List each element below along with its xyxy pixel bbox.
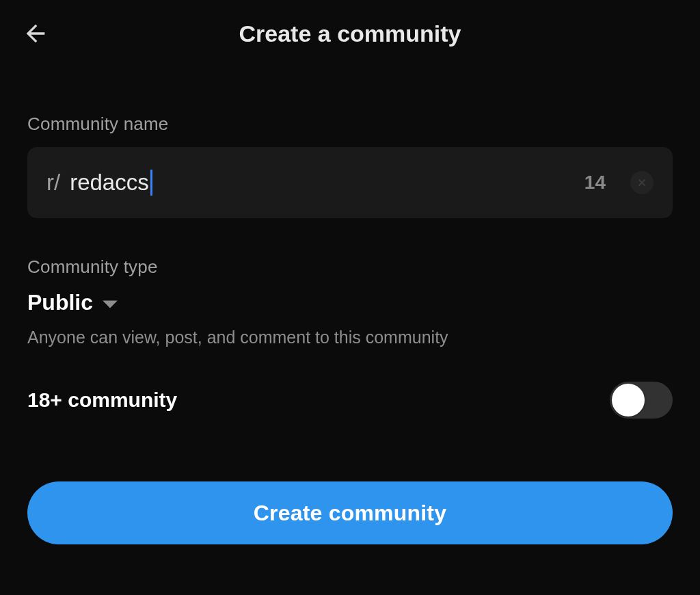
toggle-knob	[612, 384, 645, 416]
community-name-text: redaccs	[70, 170, 149, 196]
adult-community-label: 18+ community	[27, 388, 177, 412]
community-name-value: redaccs	[70, 170, 152, 196]
create-community-button[interactable]: Create community	[27, 481, 673, 544]
community-type-description: Anyone can view, post, and comment to th…	[27, 328, 673, 347]
back-button[interactable]	[19, 17, 52, 50]
community-name-chars-remaining: 14	[584, 172, 606, 194]
community-type-selector[interactable]: Public	[27, 290, 673, 315]
chevron-down-icon	[101, 298, 119, 311]
text-caret	[150, 170, 152, 196]
adult-community-toggle[interactable]	[610, 382, 673, 419]
form: Community name r/ redaccs 14 Community t…	[0, 55, 700, 544]
community-type-label: Community type	[27, 256, 673, 278]
close-icon	[636, 177, 647, 188]
arrow-left-icon	[22, 20, 49, 47]
community-type-section: Community type Public Anyone can view, p…	[27, 256, 673, 347]
community-type-value: Public	[27, 290, 93, 315]
community-name-label: Community name	[27, 114, 673, 135]
community-name-input[interactable]: r/ redaccs 14	[27, 147, 673, 218]
clear-name-button[interactable]	[630, 171, 654, 194]
community-name-prefix: r/	[46, 170, 60, 196]
adult-community-row: 18+ community	[27, 382, 673, 419]
header: Create a community	[0, 0, 700, 55]
page-title: Create a community	[0, 21, 700, 47]
